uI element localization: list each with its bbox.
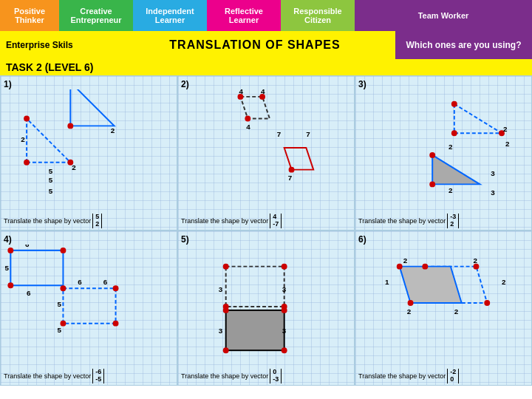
- svg-marker-1: [70, 89, 114, 126]
- svg-text:7: 7: [277, 130, 282, 138]
- svg-text:3: 3: [219, 285, 223, 293]
- svg-point-71: [422, 264, 428, 270]
- task-3-svg: 2 2 2 3 2 3: [355, 89, 531, 206]
- task-2-label: 2): [181, 79, 351, 89]
- svg-point-70: [484, 300, 490, 306]
- tab-independent[interactable]: Independent Learner: [133, 0, 207, 31]
- tab-reflective[interactable]: Reflective Learner: [207, 0, 281, 31]
- svg-point-72: [397, 264, 403, 270]
- second-row: Enterprise Skils TRANSLATION OF SHAPES W…: [0, 31, 532, 59]
- svg-point-30: [429, 181, 435, 187]
- svg-point-17: [289, 167, 295, 173]
- tab-team[interactable]: Team Worker: [355, 0, 532, 31]
- task-4-label: 4): [4, 234, 174, 245]
- task-3-vector: Translate the shape by vector -3 2: [358, 214, 459, 228]
- task-header: TASK 2 (LEVEL 6): [0, 59, 532, 75]
- svg-point-43: [7, 248, 13, 253]
- svg-text:2: 2: [503, 125, 508, 133]
- svg-point-61: [223, 347, 229, 353]
- svg-marker-0: [27, 119, 70, 163]
- svg-text:5: 5: [58, 300, 62, 308]
- svg-text:4: 4: [239, 89, 243, 95]
- svg-text:2: 2: [502, 278, 506, 286]
- svg-text:3: 3: [491, 188, 495, 197]
- task-2-svg: 4 4 4 7 7 7: [178, 89, 354, 206]
- svg-point-26: [451, 101, 457, 107]
- svg-text:2: 2: [403, 256, 408, 265]
- svg-text:6: 6: [25, 245, 30, 248]
- svg-marker-12: [240, 97, 270, 119]
- svg-text:6: 6: [103, 278, 108, 286]
- tasks-grid: 1) 5 2 2 2 5 5 Translate the shape by ve…: [0, 75, 532, 386]
- svg-text:1: 1: [385, 278, 389, 286]
- svg-point-39: [60, 285, 66, 291]
- task-4-svg: 6 6 5 5 6 5 6: [1, 245, 177, 361]
- svg-rect-53: [226, 267, 284, 307]
- svg-text:4: 4: [246, 123, 250, 131]
- svg-point-44: [60, 248, 66, 253]
- tab-positive[interactable]: Positive Thinker: [0, 0, 59, 31]
- svg-rect-38: [10, 250, 63, 285]
- svg-text:2: 2: [454, 307, 459, 316]
- svg-point-16: [245, 116, 250, 122]
- svg-text:6: 6: [78, 278, 82, 286]
- svg-text:4: 4: [261, 89, 265, 95]
- task-5-vector: Translate the shape by vector 0 -3: [181, 369, 282, 383]
- svg-text:3: 3: [282, 285, 287, 293]
- svg-text:7: 7: [306, 130, 310, 138]
- task-1: 1) 5 2 2 2 5 5 Translate the shape by ve…: [0, 75, 177, 231]
- svg-rect-54: [226, 310, 284, 350]
- svg-point-69: [473, 264, 479, 270]
- svg-rect-37: [63, 288, 115, 323]
- svg-point-59: [223, 307, 229, 313]
- svg-marker-24: [454, 104, 502, 134]
- svg-marker-13: [284, 148, 314, 170]
- svg-text:5: 5: [49, 176, 53, 184]
- task-4-vector: Translate the shape by vector -6 -5: [4, 369, 104, 383]
- svg-point-56: [282, 264, 287, 270]
- task-6-label: 6): [358, 234, 528, 245]
- svg-point-2: [24, 160, 30, 166]
- svg-text:2: 2: [473, 256, 477, 265]
- task-6: 6) 2 2 2 1 2 2 Translate the shape by ve…: [355, 231, 532, 386]
- svg-marker-68: [400, 267, 462, 303]
- task-6-svg: 2 2 2 1 2 2: [355, 245, 531, 361]
- enterprise-label: Enterprise Skils: [0, 31, 115, 59]
- svg-text:2: 2: [449, 186, 453, 194]
- svg-text:5: 5: [49, 187, 53, 195]
- svg-text:2: 2: [449, 143, 453, 151]
- svg-point-40: [113, 285, 119, 291]
- task-5-svg: 3 3 3 3: [178, 245, 354, 361]
- svg-marker-25: [432, 155, 480, 185]
- svg-text:2: 2: [407, 307, 412, 316]
- task-4: 4) 6 6 5 5 6 5 6 Translate the shape by …: [0, 231, 177, 386]
- svg-point-29: [429, 152, 435, 158]
- svg-text:2: 2: [111, 126, 115, 134]
- task-2-vector: Translate the shape by vector 4 -7: [181, 214, 282, 228]
- svg-text:2: 2: [21, 135, 25, 143]
- svg-point-73: [408, 300, 414, 306]
- svg-point-42: [113, 321, 119, 327]
- svg-text:2: 2: [505, 140, 510, 148]
- svg-text:3: 3: [219, 327, 223, 335]
- svg-point-4: [24, 116, 30, 122]
- tab-creative[interactable]: Creative Entrepreneur: [59, 0, 133, 31]
- top-nav: Positive Thinker Creative Entrepreneur I…: [0, 0, 532, 31]
- svg-point-5: [67, 123, 73, 129]
- task-3-label: 3): [358, 79, 528, 89]
- task-1-svg: 5 2 2 2 5 5: [1, 89, 177, 206]
- svg-text:6: 6: [27, 289, 31, 297]
- svg-point-28: [451, 130, 457, 136]
- svg-text:3: 3: [491, 169, 495, 177]
- task-1-label: 1): [4, 79, 174, 89]
- svg-point-55: [223, 264, 229, 270]
- task-5-label: 5): [181, 234, 351, 245]
- svg-point-45: [7, 282, 13, 288]
- svg-text:5: 5: [49, 167, 53, 175]
- task-6-vector: Translate the shape by vector -2 0: [358, 369, 459, 383]
- svg-text:2: 2: [72, 163, 76, 171]
- task-1-vector: Translate the shape by vector 5 2: [4, 214, 102, 228]
- which-ones-banner: Which ones are you using?: [395, 31, 532, 59]
- task-2: 2) 4 4 4 7 7 7 Translate the shape by ve…: [177, 75, 355, 231]
- tab-responsible[interactable]: Responsible Citizen: [281, 0, 355, 31]
